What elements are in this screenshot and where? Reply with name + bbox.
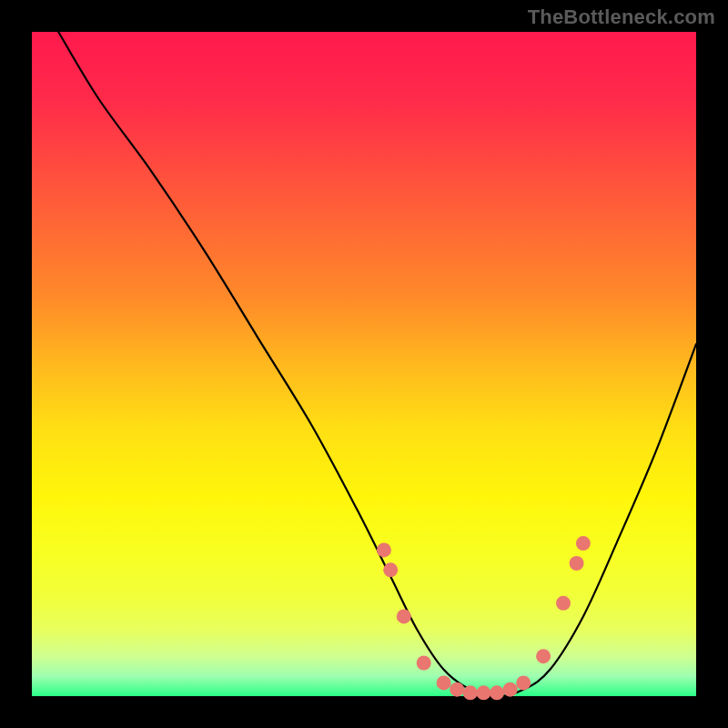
highlight-dot bbox=[490, 685, 504, 700]
highlight-dot bbox=[383, 562, 398, 577]
watermark-text: TheBottleneck.com bbox=[528, 5, 715, 29]
highlight-dot bbox=[503, 682, 518, 697]
highlight-dot bbox=[556, 596, 571, 611]
highlight-dot bbox=[417, 656, 431, 671]
highlight-dot bbox=[536, 649, 551, 663]
highlight-dot bbox=[516, 675, 531, 690]
highlight-dot bbox=[397, 609, 411, 623]
highlight-dot bbox=[476, 685, 490, 700]
chart-svg bbox=[32, 32, 696, 696]
bottleneck-curve bbox=[58, 32, 696, 696]
highlight-dot bbox=[377, 542, 391, 557]
highlight-dot bbox=[450, 682, 464, 697]
highlight-dot bbox=[437, 675, 451, 690]
highlight-dot bbox=[576, 536, 591, 551]
chart-frame: TheBottleneck.com bbox=[0, 0, 728, 728]
highlight-dots-group bbox=[377, 536, 591, 700]
highlight-dot bbox=[570, 556, 584, 571]
highlight-dot bbox=[463, 685, 478, 700]
plot-area bbox=[32, 32, 696, 696]
